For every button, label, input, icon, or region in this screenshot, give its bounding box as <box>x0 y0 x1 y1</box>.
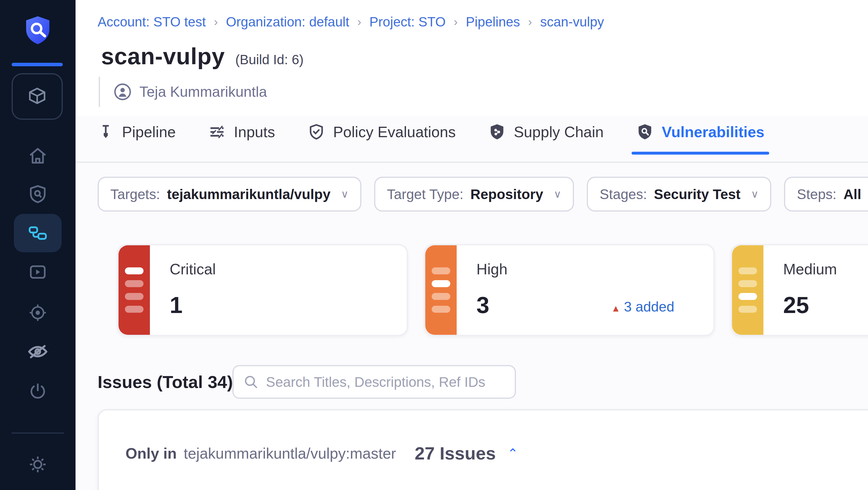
home-icon[interactable] <box>0 145 75 166</box>
chevron-down-icon: ∨ <box>751 188 758 200</box>
vulnerabilities-shield-icon <box>636 123 654 141</box>
issues-header: Issues (Total 34) Download CSV View in D… <box>98 364 868 401</box>
tab-inputs[interactable]: Inputs <box>208 123 275 155</box>
person-icon <box>114 83 131 100</box>
targets-filter[interactable]: Targets:tejakummarikuntla/vulpy∨ <box>98 177 361 212</box>
tab-pipeline[interactable]: Pipeline <box>98 123 176 155</box>
eye-off-icon[interactable] <box>0 341 75 363</box>
issues-title: Issues (Total 34) <box>98 372 233 392</box>
inputs-tab-icon <box>208 123 226 141</box>
breadcrumb-pipelines[interactable]: Pipelines <box>466 14 520 30</box>
severity-card-critical[interactable]: Critical 1 <box>117 244 408 336</box>
supply-chain-shield-icon <box>488 123 506 141</box>
scan-shield-icon[interactable] <box>0 184 75 205</box>
settings-gear-icon[interactable] <box>0 453 75 476</box>
executions-icon[interactable] <box>0 262 75 282</box>
breadcrumb: Account: STO test› Organization: default… <box>98 14 604 30</box>
severity-card-medium[interactable]: Medium 25 ▲23 added <box>731 244 868 336</box>
chevron-down-icon: ∨ <box>554 188 561 200</box>
gauge-icon[interactable] <box>0 381 75 402</box>
medium-bar <box>732 245 764 335</box>
issues-panel: Only in tejakummarikuntla/vulpy:master 2… <box>98 409 868 490</box>
breadcrumb-current: scan-vulpy <box>540 14 604 30</box>
page-title: scan-vulpy <box>101 43 225 70</box>
tabs-divider <box>75 161 868 163</box>
group-count: 27 Issues <box>414 443 496 464</box>
search-icon <box>244 374 258 390</box>
added-trend: ▲3 added <box>611 299 674 315</box>
page-header: Account: STO test› Organization: default… <box>75 0 868 116</box>
targets-icon[interactable] <box>0 302 75 323</box>
breadcrumb-account[interactable]: Account: STO test <box>98 14 206 30</box>
app-root: ? TK Account: STO test› Organization: de… <box>0 0 868 490</box>
tab-supply-chain[interactable]: Supply Chain <box>488 123 603 155</box>
steps-filter[interactable]: Steps:All∨ <box>784 177 868 212</box>
severity-card-high[interactable]: High 3 ▲3 added <box>424 244 715 336</box>
author-row: Teja Kummarikuntla <box>99 77 267 107</box>
stages-filter[interactable]: Stages:Security Test∨ <box>587 177 771 212</box>
breadcrumb-org[interactable]: Organization: default <box>226 14 349 30</box>
chevron-up-icon[interactable]: ⌃ <box>507 446 518 461</box>
sto-shield-logo-icon[interactable] <box>0 14 75 47</box>
sidebar-divider <box>11 432 64 434</box>
module-selector-cube-icon[interactable] <box>11 73 63 120</box>
sidebar: ? TK <box>0 0 75 490</box>
shield-check-icon <box>308 123 325 141</box>
pipelines-icon-active[interactable] <box>14 214 62 252</box>
pipeline-tab-icon <box>98 124 114 140</box>
tab-vulnerabilities[interactable]: Vulnerabilities <box>636 123 765 155</box>
build-id-label: (Build Id: 6) <box>235 52 304 67</box>
group-header[interactable]: Only in tejakummarikuntla/vulpy:master 2… <box>125 443 518 464</box>
author-name: Teja Kummarikuntla <box>140 84 267 100</box>
filter-bar: Targets:tejakummarikuntla/vulpy∨ Target … <box>98 177 868 212</box>
logo-underline <box>11 63 63 66</box>
triangle-up-icon: ▲ <box>611 303 620 314</box>
critical-bar <box>119 245 150 335</box>
search-box[interactable] <box>232 365 516 399</box>
severity-cards: Critical 1 High 3 ▲3 added Medium 25 ▲23… <box>117 244 868 336</box>
breadcrumb-project[interactable]: Project: STO <box>370 14 445 30</box>
chevron-down-icon: ∨ <box>341 188 349 200</box>
high-bar <box>425 245 457 335</box>
search-input[interactable] <box>266 374 504 390</box>
group-target: tejakummarikuntla/vulpy:master <box>184 445 396 462</box>
tab-bar: Pipeline Inputs Policy Evaluations Suppl… <box>98 123 765 155</box>
target-type-filter[interactable]: Target Type:Repository∨ <box>374 177 574 212</box>
tab-policy-evaluations[interactable]: Policy Evaluations <box>308 123 456 155</box>
